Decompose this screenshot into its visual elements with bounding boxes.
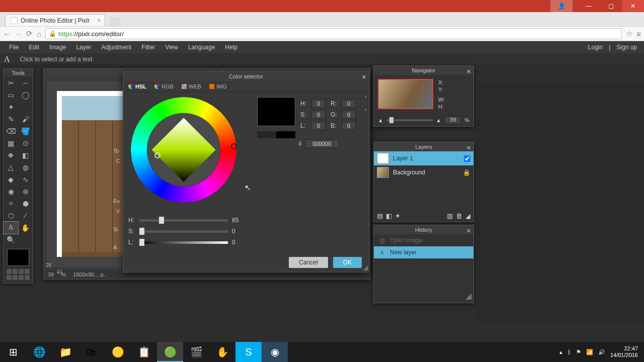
light-slider[interactable] <box>139 241 228 244</box>
eraser-tool-icon[interactable]: ⌫ <box>4 125 18 137</box>
field-L[interactable]: 0 <box>311 121 326 130</box>
address-bar[interactable]: 🔒 https://pixlr.com/editor/ <box>45 28 622 39</box>
chrome-user-button[interactable]: 👤 <box>550 0 573 12</box>
taskbar-explorer-icon[interactable]: 📁 <box>52 342 78 362</box>
zoom-slider[interactable] <box>386 119 433 121</box>
signup-link[interactable]: Sign up <box>613 44 640 51</box>
hue-knob[interactable] <box>159 217 164 224</box>
taskbar-skype-icon[interactable]: S <box>235 342 262 362</box>
field-S[interactable]: 0 <box>311 110 326 119</box>
menu-language[interactable]: Language <box>183 44 220 51</box>
zoom-tool-icon[interactable]: 🔍 <box>4 234 18 246</box>
cancel-button[interactable]: Cancel <box>289 257 328 268</box>
pencil-tool-icon[interactable]: ✎ <box>4 113 18 125</box>
sharpen-tool-icon[interactable]: ◆ <box>4 173 18 186</box>
blur-tool-icon[interactable]: ◍ <box>18 161 33 173</box>
new-tab-button[interactable] <box>109 17 120 26</box>
layer-visible-checkbox[interactable] <box>464 155 470 162</box>
zoom-out-icon[interactable]: ▲ <box>378 117 383 123</box>
stamp-tool-icon[interactable]: ❖ <box>4 149 18 161</box>
navigator-thumbnail[interactable] <box>378 79 433 109</box>
history-close-icon[interactable]: ✕ <box>466 226 471 235</box>
tab-rgb[interactable]: RGB <box>154 83 174 89</box>
swatch-grid[interactable] <box>7 269 30 280</box>
type-tool-icon-selected[interactable]: A <box>4 222 18 234</box>
window-minimize[interactable]: — <box>578 0 600 12</box>
taskbar-app4-icon[interactable]: ✋ <box>209 342 235 362</box>
delete-layer-icon[interactable]: 🗑 <box>456 212 462 220</box>
bloat-tool-icon[interactable]: ⬢ <box>18 198 33 210</box>
layer-styles-icon[interactable]: ✦ <box>395 212 400 220</box>
history-panel[interactable]: History✕ ▤ Open image A New layer ◢ <box>373 225 474 303</box>
gradient-tool-icon[interactable]: ▦ <box>4 137 18 149</box>
hand-tool-icon[interactable]: ✋ <box>18 222 33 234</box>
reload-button[interactable]: ⟳ <box>26 29 33 38</box>
tray-bt-icon[interactable]: ᛒ <box>568 349 571 355</box>
menu-image[interactable]: Image <box>44 44 71 51</box>
layers-resize-icon[interactable]: ◢ <box>465 212 470 220</box>
zoom-field[interactable]: 39 <box>444 116 461 124</box>
tab-close-icon[interactable]: × <box>97 17 101 24</box>
field-B[interactable]: 0 <box>342 121 356 130</box>
hue-slider[interactable] <box>139 219 228 222</box>
layers-close-icon[interactable]: ✕ <box>466 143 471 152</box>
taskbar-chrome-icon[interactable]: 🟢 <box>157 342 183 362</box>
field-H[interactable]: 0 <box>311 99 326 108</box>
zoom-in-icon[interactable]: ▲ <box>436 117 441 123</box>
side-chevron-top[interactable]: ‹ <box>365 93 367 99</box>
replace-tool-icon[interactable]: ◧ <box>18 149 33 161</box>
taskbar-app1-icon[interactable]: 🟡 <box>105 342 131 362</box>
tray-net-icon[interactable]: 📶 <box>586 349 593 355</box>
taskbar-ie-icon[interactable]: 🌐 <box>26 342 52 362</box>
history-resize-icon[interactable]: ◢ <box>465 291 471 301</box>
smudge-tool-icon[interactable]: ∿ <box>18 173 33 186</box>
marquee-tool-icon[interactable]: ▭ <box>4 89 18 101</box>
menu-help[interactable]: Help <box>220 44 243 51</box>
taskbar-app2-icon[interactable]: 📋 <box>131 342 157 362</box>
dialog-resize-handle[interactable]: ◢ <box>363 264 368 271</box>
layer-row-active[interactable]: Layer 1 <box>374 151 473 165</box>
draw-tool-icon[interactable]: △ <box>4 161 18 173</box>
color-selector-dialog[interactable]: Color selector ✕ HSL RGB WEB IMG ‹ ‹ H: <box>123 71 369 273</box>
pinch-tool-icon[interactable]: ⬡ <box>4 210 18 222</box>
menu-adjustment[interactable]: Adjustment <box>96 44 136 51</box>
history-item[interactable]: ▤ Open image <box>374 234 473 246</box>
hue-marker[interactable] <box>231 143 237 149</box>
browser-tab[interactable]: Online Photo Editor | Pixlr × <box>5 14 105 26</box>
tools-panel[interactable]: Tools ✂ ↔ ▭ ◯ ✦ ✎ 🖌 ⌫ 🪣 ▦ ⊙ ❖ ◧ △ ◍ ◆ ∿ … <box>3 68 33 284</box>
tray-vol-icon[interactable]: 🔊 <box>598 349 605 355</box>
sat-knob[interactable] <box>139 228 144 235</box>
layer-mask-icon[interactable]: ◧ <box>386 212 392 220</box>
picker-tool-icon[interactable]: ⁄ <box>18 210 33 222</box>
system-tray[interactable]: ▴ ᛒ ⚑ 📶 🔊 22:47 14/01/2016 <box>553 345 644 358</box>
bookmark-icon[interactable]: ☆ <box>626 29 632 38</box>
lasso-tool-icon[interactable]: ◯ <box>18 89 33 101</box>
menu-file[interactable]: File <box>4 44 24 51</box>
history-item-active[interactable]: A New layer <box>374 246 473 258</box>
foreground-color-swatch[interactable] <box>7 249 29 266</box>
side-chevron-bottom[interactable]: ‹ <box>365 106 367 112</box>
forward-button[interactable]: → <box>15 30 22 38</box>
move-tool-icon[interactable]: ↔ <box>18 77 33 89</box>
dialog-titlebar[interactable]: Color selector ✕ <box>123 72 369 81</box>
layer-settings-icon[interactable]: ▤ <box>377 212 383 220</box>
spot-tool-icon[interactable]: ✧ <box>4 198 18 210</box>
field-G[interactable]: 0 <box>342 110 356 119</box>
ok-button[interactable]: OK <box>333 257 362 268</box>
tab-web[interactable]: WEB <box>182 83 201 89</box>
menu-view[interactable]: View <box>160 44 183 51</box>
dialog-close-icon[interactable]: ✕ <box>362 72 366 81</box>
sat-slider[interactable] <box>139 230 228 233</box>
chrome-menu-icon[interactable]: ≡ <box>636 30 641 38</box>
wand-tool-icon[interactable]: ✦ <box>4 101 18 113</box>
hex-field[interactable]: 000000 <box>305 139 339 148</box>
tab-img[interactable]: IMG <box>209 83 227 89</box>
layer-row[interactable]: Background 🔒 <box>374 165 473 179</box>
layers-panel[interactable]: Layers✕ Layer 1 Background 🔒 ▤ ◧ ✦ ▥ 🗑 ◢ <box>373 142 474 222</box>
login-link[interactable]: Login <box>585 44 606 51</box>
back-button[interactable]: ← <box>3 30 11 38</box>
new-layer-icon[interactable]: ▥ <box>447 212 453 220</box>
clone-tool-icon[interactable]: ⊙ <box>18 137 33 149</box>
home-button[interactable]: ⌂ <box>37 30 41 38</box>
tab-hsl[interactable]: HSL <box>128 83 146 89</box>
